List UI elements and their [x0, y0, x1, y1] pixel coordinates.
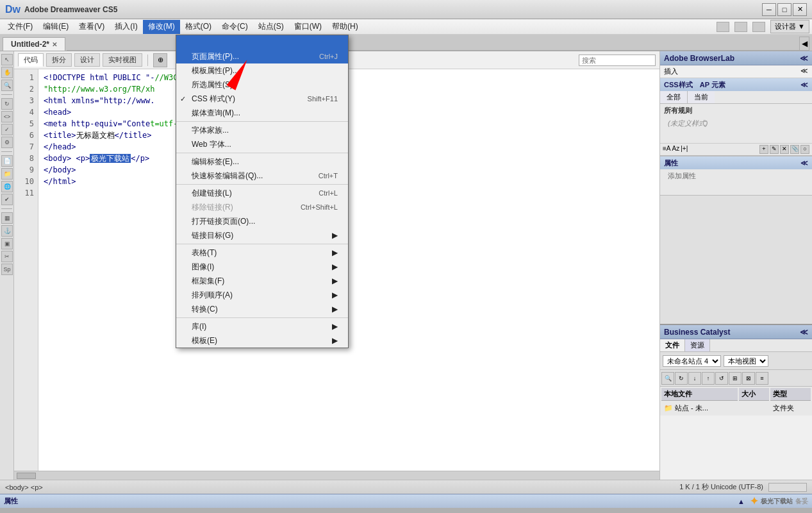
status-right: 1 K / 1 秒 Unicode (UTF-8) — [679, 482, 807, 492]
css-edit-btn[interactable]: ✎ — [770, 145, 779, 154]
menu-template-props[interactable]: 模板属性(P)... — [176, 63, 348, 78]
bc-btn-3[interactable]: ↓ — [688, 372, 701, 385]
tool-validate[interactable]: ✓ — [1, 124, 13, 135]
insert-collapse[interactable]: ≪ — [800, 67, 808, 75]
tool-layer[interactable]: ▦ — [1, 212, 13, 224]
tab-close-button[interactable]: ✕ — [52, 41, 57, 48]
menu-library[interactable]: 库(I) ▶ — [176, 319, 348, 333]
css-current-tab[interactable]: 当前 — [688, 91, 715, 103]
tool-browser[interactable]: 🌐 — [1, 181, 13, 192]
menu-quick-tag[interactable]: 快速标签编辑器(Q)... Ctrl+T — [176, 169, 348, 183]
ap-tab[interactable]: AP 元素 — [700, 81, 725, 88]
line-num-1: 1 — [15, 72, 34, 83]
menu-media-query[interactable]: 媒体查询(M)... — [176, 106, 348, 120]
toolbar-icon-2[interactable] — [734, 22, 747, 32]
menu-site[interactable]: 站点(S) — [253, 20, 289, 34]
bc-btn-2[interactable]: ↻ — [675, 372, 688, 385]
css-delete-btn[interactable]: ✕ — [780, 145, 789, 154]
menu-link-target[interactable]: 链接目标(G) ▶ — [176, 228, 348, 242]
tool-file[interactable]: 📄 — [1, 155, 13, 167]
table-row[interactable]: 📁 站点 - 未... 文件夹 — [661, 402, 811, 414]
menu-view[interactable]: 查看(V) — [74, 20, 110, 34]
menu-arrange[interactable]: 排列顺序(A) ▶ — [176, 288, 348, 302]
menu-create-link[interactable]: 创建链接(L) Ctrl+L — [176, 186, 348, 200]
bc-btn-7[interactable]: ⊠ — [742, 372, 755, 385]
tool-zoom[interactable]: 🔍 — [1, 80, 13, 91]
menu-open-link-page[interactable]: 打开链接页面(O)... — [176, 214, 348, 228]
css-tab[interactable]: CSS样式 — [664, 81, 693, 88]
css-panel-collapse[interactable]: ≪ — [800, 81, 808, 89]
panel-collapse-icon[interactable]: ≪ — [800, 54, 808, 63]
menu-modify[interactable]: 修改(M) — [143, 20, 180, 34]
bc-file-tab[interactable]: 文件 — [660, 339, 685, 351]
props-toggle[interactable]: ▲ — [738, 498, 745, 505]
bc-btn-4[interactable]: ↑ — [702, 372, 715, 385]
view-design-tab[interactable]: 设计 — [74, 53, 100, 67]
document-tab-0[interactable]: Untitled-2* ✕ — [3, 37, 65, 51]
toolbar-divider-2 — [1, 151, 12, 152]
css-panel-header[interactable]: CSS样式 AP 元素 ≪ — [660, 78, 812, 91]
toolbar-icon-3[interactable] — [752, 22, 765, 32]
search-input[interactable] — [579, 55, 656, 66]
menu-convert[interactable]: 转换(C) ▶ — [176, 302, 348, 316]
menu-page-properties[interactable]: 页面属性(P)... Ctrl+J — [176, 49, 348, 63]
menu-label-media-query: 媒体查询(M)... — [192, 108, 240, 119]
scrollbar-thumb[interactable] — [17, 473, 36, 479]
properties-collapse[interactable]: ≪ — [800, 159, 808, 167]
css-disable-btn[interactable]: ○ — [800, 145, 809, 154]
bc-btn-6[interactable]: ⊞ — [729, 372, 742, 385]
bc-view-dropdown[interactable]: 本地视图 — [724, 355, 768, 367]
tool-snippet[interactable]: ✂ — [1, 251, 13, 262]
tool-hand[interactable]: ✋ — [1, 67, 13, 78]
zoom-control[interactable] — [768, 483, 807, 492]
tool-spry[interactable]: Sp — [1, 264, 13, 275]
close-button[interactable]: ✕ — [793, 3, 807, 16]
bc-btn-8[interactable]: ≡ — [756, 372, 768, 385]
maximize-button[interactable]: □ — [777, 3, 791, 16]
horizontal-scrollbar[interactable] — [14, 471, 659, 480]
menu-image[interactable]: 图像(I) ▶ — [176, 260, 348, 274]
minimize-button[interactable]: ─ — [762, 3, 776, 16]
menu-format[interactable]: 格式(O) — [180, 20, 217, 34]
menu-table[interactable]: 表格(T) ▶ — [176, 246, 348, 260]
menu-edit-tag[interactable]: 编辑标签(E)... — [176, 155, 348, 169]
toolbar-icon-1[interactable] — [717, 22, 729, 32]
view-live-tab[interactable]: 实时视图 — [103, 53, 142, 67]
menu-file[interactable]: 文件(F) — [3, 20, 38, 34]
menu-window[interactable]: 窗口(W) — [289, 20, 327, 34]
view-code-tab[interactable]: 代码 — [18, 53, 44, 67]
bc-resource-tab[interactable]: 资源 — [685, 339, 710, 351]
css-all-tab[interactable]: 全部 — [660, 91, 688, 103]
menu-font-family[interactable]: 字体家族... — [176, 123, 348, 137]
menu-insert[interactable]: 插入(I) — [110, 20, 142, 34]
tool-widget[interactable]: ▣ — [1, 238, 13, 249]
menu-selected-props[interactable]: 所选属性(S) — [176, 78, 348, 92]
css-attach-btn[interactable]: 📎 — [790, 145, 799, 154]
tool-anchor[interactable]: ⚓ — [1, 225, 13, 237]
menu-css-style[interactable]: ✓ CSS 样式(Y) Shift+F11 — [176, 92, 348, 106]
bc-btn-5[interactable]: ↺ — [715, 372, 728, 385]
bc-site-dropdown[interactable]: 未命名站点 4 — [663, 355, 721, 367]
menu-frameset[interactable]: 框架集(F) ▶ — [176, 274, 348, 288]
bc-btn-1[interactable]: 🔍 — [661, 372, 674, 385]
tool-debug[interactable]: ⚙ — [1, 137, 13, 148]
live-view-button[interactable]: ⊕ — [153, 53, 167, 67]
menu-edit[interactable]: 编辑(E) — [38, 20, 74, 34]
menu-help[interactable]: 帮助(H) — [327, 20, 363, 34]
menu-web-font[interactable]: Web 字体... — [176, 137, 348, 151]
tool-folder[interactable]: 📁 — [1, 168, 13, 180]
properties-header[interactable]: 属性 ≪ — [660, 156, 812, 169]
tool-check[interactable]: ✔ — [1, 194, 13, 205]
designer-dropdown[interactable]: 设计器 ▼ — [770, 20, 809, 33]
add-property-btn[interactable]: 添加属性 — [660, 169, 812, 195]
css-new-btn[interactable]: + — [759, 145, 768, 154]
code-editor[interactable]: <!DOCTYPE html PUBLIC "-//W3C//DTD "http… — [38, 69, 659, 471]
menu-template[interactable]: 模板(E) ▶ — [176, 333, 348, 348]
tool-select[interactable]: ↖ — [1, 54, 13, 65]
tool-code[interactable]: <> — [1, 111, 13, 122]
view-split-tab[interactable]: 拆分 — [46, 53, 72, 67]
menu-command[interactable]: 命令(C) — [217, 20, 253, 34]
tool-refresh[interactable]: ↻ — [1, 98, 13, 110]
panel-toggle-button[interactable]: ◀ — [799, 37, 809, 51]
bc-collapse[interactable]: ≪ — [800, 328, 808, 337]
